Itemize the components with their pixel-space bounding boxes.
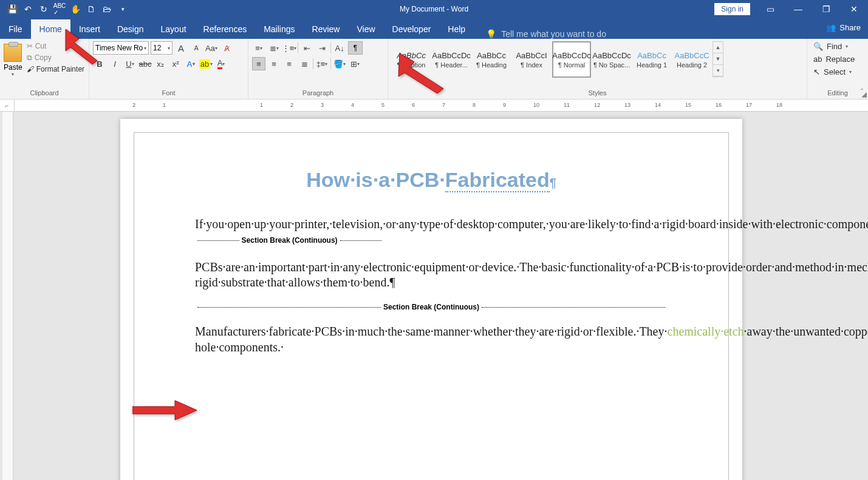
show-paragraph-marks-button[interactable]: ¶ (348, 41, 363, 55)
pilcrow-icon: ¶ (550, 176, 556, 189)
tab-file[interactable]: File (0, 19, 31, 39)
title-bar: 💾 ↶ ↻ ABC✓ ✋ 🗋 🗁 ▾ My Document - Word Si… (0, 0, 868, 18)
maximize-icon[interactable]: ❐ (812, 0, 840, 18)
justify-icon[interactable]: ≣ (298, 57, 311, 70)
scissors-icon: ✂ (27, 42, 33, 50)
hyperlink[interactable]: chemically·etch (668, 325, 744, 338)
minimize-icon[interactable]: — (784, 0, 812, 18)
page: How·is·a·PCB·Fabricated¶ If·you·open·up·… (120, 119, 742, 480)
new-file-icon[interactable]: 🗋 (84, 2, 98, 16)
style-item[interactable]: AaBbCcDc¶ No Spac... (592, 41, 631, 78)
style-item[interactable]: AaBbCcDc¶ Normal (552, 41, 591, 78)
select-label: Select (824, 67, 846, 76)
style-item[interactable]: AaBbCcHeading 1 (632, 41, 671, 78)
style-item[interactable]: AaBbCcCHeading 2 (672, 41, 711, 78)
tab-references[interactable]: References (195, 19, 256, 39)
section-break: Section Break (Continuous) (195, 236, 384, 245)
close-icon[interactable]: ✕ (840, 0, 868, 18)
annotation-arrow (61, 29, 109, 67)
expand-gallery-icon[interactable]: ▾ (713, 65, 723, 76)
spellcheck-icon[interactable]: ABC✓ (52, 2, 67, 16)
select-button[interactable]: ↖Select▾ (811, 67, 857, 77)
group-editing: 🔍Find▾ abReplace ↖Select▾ Editing (807, 39, 868, 99)
redo-icon[interactable]: ↻ (36, 2, 51, 16)
sign-in-button[interactable]: Sign in (714, 3, 750, 15)
tab-mailings[interactable]: Mailings (255, 19, 303, 39)
paste-label: Paste (4, 63, 22, 72)
document-title: How·is·a·PCB·Fabricated¶ (195, 167, 668, 194)
window-title: My Document - Word (400, 5, 468, 13)
ribbon-display-icon[interactable]: ▭ (756, 0, 784, 18)
shrink-font-icon[interactable]: A (190, 41, 203, 55)
sort-icon[interactable]: A↓ (333, 41, 346, 55)
italic-button[interactable]: I (108, 57, 121, 70)
style-item[interactable]: AaBbCc¶ Heading (472, 41, 511, 78)
tab-layout[interactable]: Layout (152, 19, 195, 39)
group-paragraph: ≡▾ ≣▾ ⋮≡▾ ⇤ ⇥ A↓ ¶ ≡ ≡ ≡ ≣ ‡≡▾ 🪣▾ ⊞▾ (248, 39, 388, 99)
borders-icon[interactable]: ⊞▾ (348, 57, 361, 70)
hand-icon[interactable]: ✋ (68, 2, 83, 16)
numbering-icon[interactable]: ≣▾ (267, 41, 281, 55)
page-content[interactable]: How·is·a·PCB·Fabricated¶ If·you·open·up·… (134, 132, 729, 480)
tab-view[interactable]: View (348, 19, 383, 39)
qat-customize-icon[interactable]: ▾ (115, 2, 130, 16)
styles-scrollbar[interactable]: ▲ ▼ ▾ (713, 41, 723, 77)
paste-icon (4, 44, 22, 62)
multilevel-list-icon[interactable]: ⋮≡▾ (282, 41, 296, 55)
text-effects-icon[interactable]: A▾ (184, 57, 197, 70)
replace-icon: ab (813, 55, 822, 64)
find-button[interactable]: 🔍Find▾ (811, 41, 857, 52)
bullets-icon[interactable]: ≡▾ (252, 41, 265, 55)
tell-me-label: Tell me what you want to do (501, 29, 606, 39)
align-left-icon[interactable]: ≡ (252, 57, 265, 70)
search-icon: 🔍 (813, 42, 823, 51)
replace-button[interactable]: abReplace (811, 54, 857, 64)
editing-group-label: Editing (811, 88, 864, 98)
section-break: Section Break (Continuous) (195, 303, 668, 312)
group-font: Times New Ro▾ 12▾ A A Aa▾ A̷ B I U▾ abc … (89, 39, 248, 99)
style-item[interactable]: AaBbCcI¶ Index (512, 41, 551, 78)
line-spacing-icon[interactable]: ‡≡▾ (315, 57, 329, 70)
svg-marker-0 (66, 29, 97, 64)
highlight-icon[interactable]: ab▾ (199, 57, 213, 70)
scroll-down-icon[interactable]: ▼ (713, 53, 723, 65)
undo-icon[interactable]: ↶ (21, 2, 35, 16)
horizontal-ruler[interactable]: ⌐ 21123456789101112131415161718 (0, 100, 868, 112)
change-case-icon[interactable]: Aa▾ (205, 41, 218, 55)
tab-review[interactable]: Review (304, 19, 349, 39)
title-part-2: Fabricated (445, 168, 550, 192)
tab-developer[interactable]: Developer (384, 19, 440, 39)
copy-icon: ⧉ (27, 53, 32, 62)
grow-font-icon[interactable]: A (174, 41, 188, 55)
align-center-icon[interactable]: ≡ (267, 57, 281, 70)
save-icon[interactable]: 💾 (5, 2, 19, 16)
scroll-up-icon[interactable]: ▲ (713, 42, 723, 53)
clear-formatting-icon[interactable]: A̷ (220, 41, 233, 55)
share-label: Share (839, 23, 861, 32)
tab-help[interactable]: Help (439, 19, 474, 39)
section-break-label: Section Break (Continuous) (383, 303, 479, 312)
share-icon: 👥 (826, 23, 836, 32)
text-run: Manufacturers·fabricate·PCBs·in·much·the… (195, 325, 668, 338)
subscript-button[interactable]: x₂ (154, 57, 167, 70)
font-size-combo[interactable]: 12▾ (151, 41, 173, 55)
document-area: How·is·a·PCB·Fabricated¶ If·you·open·up·… (0, 112, 868, 480)
shading-icon[interactable]: 🪣▾ (333, 57, 346, 70)
tell-me-search[interactable]: 💡 Tell me what you want to do (486, 29, 606, 39)
increase-indent-icon[interactable]: ⇥ (315, 41, 329, 55)
underline-button[interactable]: U▾ (123, 57, 137, 70)
superscript-button[interactable]: x² (169, 57, 182, 70)
open-icon[interactable]: 🗁 (100, 2, 114, 16)
paste-button[interactable]: Paste ▾ (4, 41, 22, 77)
paragraph-2: PCBs·are·an·important·part·in·any·electr… (195, 260, 668, 291)
collapse-ribbon-icon[interactable]: ˆ (861, 88, 863, 96)
tab-design[interactable]: Design (109, 19, 152, 39)
vertical-ruler[interactable] (2, 112, 13, 480)
lightbulb-icon: 💡 (486, 29, 496, 39)
font-color-icon[interactable]: A▾ (214, 57, 228, 70)
decrease-indent-icon[interactable]: ⇤ (300, 41, 313, 55)
share-button[interactable]: 👥 Share (826, 23, 861, 32)
strikethrough-button[interactable]: abc (138, 57, 152, 70)
align-right-icon[interactable]: ≡ (282, 57, 296, 70)
copy-label: Copy (35, 53, 52, 62)
